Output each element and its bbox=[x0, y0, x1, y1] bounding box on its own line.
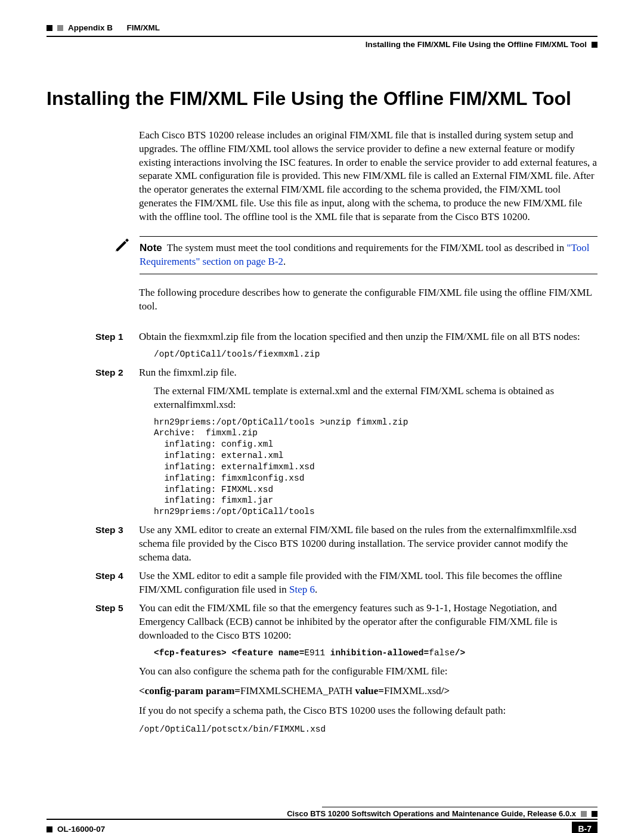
footer-black-marker bbox=[592, 811, 597, 817]
page-title: Installing the FIM/XML File Using the Of… bbox=[47, 86, 597, 112]
step-5-after1: You can also configure the schema path f… bbox=[139, 665, 597, 679]
footer-left-marker bbox=[47, 826, 52, 832]
step-2-text: Run the fimxml.zip file. bbox=[139, 366, 597, 380]
step-5-default-path: /opt/OptiCall/potsctx/bin/FIMXML.xsd bbox=[139, 724, 597, 735]
step-4-text: Use the XML editor to edit a sample file… bbox=[139, 569, 597, 597]
step-3-label: Step 3 bbox=[95, 524, 139, 565]
step-5-after2: If you do not specify a schema path, the… bbox=[139, 704, 597, 718]
step-2-code: hrn29priems:/opt/OptiCall/tools >unzip f… bbox=[154, 417, 597, 518]
note-content: NoteThe system must meet the tool condit… bbox=[140, 236, 597, 274]
page-number-badge: B-7 bbox=[572, 822, 597, 833]
footer-guide-row: Cisco BTS 10200 Softswitch Operations an… bbox=[47, 807, 597, 819]
step-4: Step 4 Use the XML editor to edit a samp… bbox=[47, 569, 597, 597]
step-4-link[interactable]: Step 6 bbox=[289, 584, 315, 595]
step-5-label: Step 5 bbox=[95, 602, 139, 643]
running-header: Appendix B FIM/XML bbox=[47, 23, 597, 33]
step-1-code: /opt/OptiCall/tools/fiexmxml.zip bbox=[154, 349, 597, 360]
step-2: Step 2 Run the fimxml.zip file. bbox=[47, 366, 597, 380]
header-grey-marker bbox=[57, 25, 63, 31]
step-2-sub: The external FIM/XML template is externa… bbox=[154, 385, 597, 412]
footer: Cisco BTS 10200 Softswitch Operations an… bbox=[47, 807, 597, 833]
note-block: NoteThe system must meet the tool condit… bbox=[47, 236, 597, 274]
footer-bottom-row: OL-16000-07 B-7 bbox=[47, 820, 597, 833]
note-text-before: The system must meet the tool conditions… bbox=[167, 242, 567, 253]
header-black-marker bbox=[47, 25, 52, 31]
note-text-after: . bbox=[283, 256, 286, 267]
step-5: Step 5 You can edit the FIM/XML file so … bbox=[47, 602, 597, 643]
step-3: Step 3 Use any XML editor to create an e… bbox=[47, 524, 597, 565]
header-appendix: Appendix B bbox=[68, 23, 113, 33]
intro-paragraph: Each Cisco BTS 10200 release includes an… bbox=[139, 129, 597, 225]
follow-paragraph: The following procedure describes how to… bbox=[139, 286, 597, 314]
step-1-label: Step 1 bbox=[95, 330, 139, 344]
footer-doc-id: OL-16000-07 bbox=[57, 824, 105, 833]
step-3-text: Use any XML editor to create an external… bbox=[139, 524, 597, 565]
step-1-text: Obtain the fiexmxml.zip file from the lo… bbox=[139, 330, 597, 344]
header-rule bbox=[47, 36, 597, 37]
header-section: FIM/XML bbox=[127, 23, 160, 33]
footer-guide: Cisco BTS 10200 Softswitch Operations an… bbox=[287, 809, 576, 819]
running-subheader: Installing the FIM/XML File Using the Of… bbox=[47, 39, 597, 50]
subheader-marker bbox=[592, 42, 597, 48]
note-icon bbox=[114, 236, 131, 257]
subheader-text: Installing the FIM/XML File Using the Of… bbox=[366, 39, 587, 50]
step-5-config-param: <config-param param=FIMXMLSCHEMA_PATH va… bbox=[139, 685, 597, 698]
step-2-label: Step 2 bbox=[95, 366, 139, 380]
step-5-text: You can edit the FIM/XML file so that th… bbox=[139, 602, 597, 643]
step-4-label: Step 4 bbox=[95, 569, 139, 597]
note-label: Note bbox=[140, 242, 162, 253]
step-1: Step 1 Obtain the fiexmxml.zip file from… bbox=[47, 330, 597, 344]
step-4-before: Use the XML editor to edit a sample file… bbox=[139, 570, 562, 595]
step-5-code-fcp: <fcp-features> <feature name=E911 inhibi… bbox=[154, 648, 597, 659]
step-4-after: . bbox=[315, 584, 317, 595]
footer-grey-marker bbox=[581, 811, 587, 817]
